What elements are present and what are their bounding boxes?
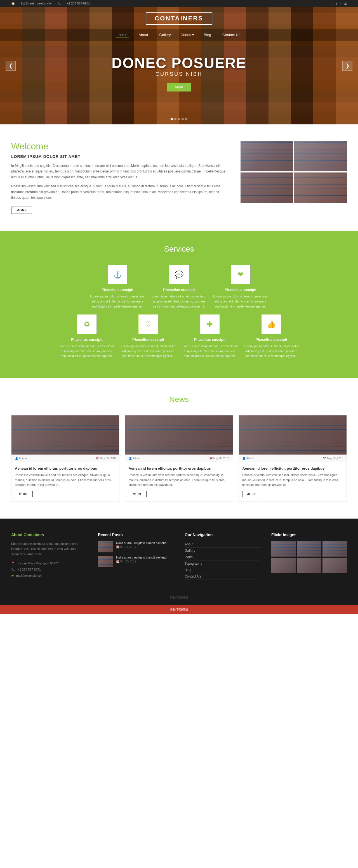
service-icon-r2-3: 👍 — [262, 314, 281, 334]
footer-nav-item-0[interactable]: About — [185, 541, 260, 548]
footer-nav-item-4[interactable]: Blog — [185, 567, 260, 574]
welcome-section: Welcome LOREM IPSUM DOLOR SIT AMET In fr… — [0, 124, 358, 230]
recent-post-img-0 — [98, 541, 113, 552]
footer-nav-link-2[interactable]: Icons — [185, 555, 193, 559]
hero-dots — [171, 118, 187, 120]
news-card-img-1 — [125, 415, 233, 455]
news-date-0: 📅 May 09,2016 — [95, 457, 116, 460]
vk-icon[interactable]: vk — [344, 2, 347, 5]
welcome-right — [241, 141, 347, 214]
footer-nav-link-4[interactable]: Blog — [185, 568, 191, 572]
nav-codes[interactable]: Codes ▾ — [181, 33, 194, 37]
service-item-row2-3: 👍 Phasellus suscipit Lorem ipsum dolor s… — [243, 314, 299, 359]
hero-section: CONTAINERS Home About Gallery Codes ▾ Bl… — [0, 7, 358, 124]
hero-dot-1[interactable] — [171, 118, 173, 120]
hero-dot-3[interactable] — [178, 118, 180, 120]
footer-nav-link-0[interactable]: About — [185, 542, 193, 546]
service-item-row2-1: ♡ Phasellus suscipit Lorem ipsum dolor s… — [120, 314, 176, 359]
news-more-button-1[interactable]: MORE — [129, 491, 147, 497]
footer-contact-item-0: 📍 Inclore Place,Kingsport 56777. — [11, 560, 87, 566]
site-logo: CONTAINERS — [146, 12, 212, 25]
flickr-img-1[interactable] — [297, 541, 321, 557]
news-title: News — [11, 395, 347, 404]
service-icon-r2-1: ♡ — [139, 314, 158, 334]
footer-nav-item-1[interactable]: Gallery — [185, 548, 260, 554]
service-desc-r2-3: Lorem ipsum dolor sit amet, consectetur … — [243, 344, 299, 359]
flickr-img-0[interactable] — [271, 541, 296, 557]
welcome-image-4 — [294, 173, 347, 203]
news-card-1: 👤 Admin 📅 May 09,2016 Aenean id lorem ef… — [125, 415, 233, 502]
news-more-button-0[interactable]: MORE — [15, 491, 33, 497]
news-author-1: 👤 Admin — [129, 457, 141, 460]
nav-home[interactable]: Home — [116, 33, 129, 37]
welcome-paragraph-2: Phasellus vestibulum velit sed nisi ultr… — [11, 183, 229, 200]
hero-dot-4[interactable] — [181, 118, 184, 120]
hero-dot-5[interactable] — [185, 118, 187, 120]
hero-center: DONEC POSUERE CURSUS NIBH More — [112, 55, 247, 91]
welcome-image-grid — [241, 141, 347, 203]
news-card-meta-0: 👤 Admin 📅 May 09,2016 — [11, 455, 119, 462]
footer-nav-links: AboutGalleryIconsTypographyBlogContact U… — [185, 541, 260, 580]
flickr-img-5[interactable] — [323, 558, 347, 573]
news-card-text-0: Phasellus vestibulum velit sed nisi ultr… — [15, 473, 116, 488]
service-name-1: Phasellus suscipit — [151, 288, 207, 292]
footer-nav-link-3[interactable]: Typography — [185, 562, 202, 565]
footer-nav-item-5[interactable]: Contact Us — [185, 574, 260, 580]
nav-about[interactable]: About — [137, 33, 149, 37]
news-author-0: 👤 Admin — [15, 457, 27, 460]
hero-next-button[interactable]: ❯ — [342, 61, 352, 71]
news-card-0: 👤 Admin 📅 May 09,2016 Aenean id lorem ef… — [11, 415, 119, 502]
footer-contact-item-1: 📞 +1 234 567 9871 — [11, 566, 87, 572]
news-card-body-0: Aenean id lorem efficitur, porttitor ero… — [11, 462, 119, 501]
recent-post-title-0: Nulla at arcu eu justo blandit eleifend. — [116, 541, 167, 545]
nav-gallery[interactable]: Gallery — [158, 33, 172, 37]
news-author-2: 👤 Adms — [242, 457, 253, 460]
footer: About Containers Etiam feugiat malesuada… — [0, 519, 358, 605]
service-name-2: Phasellus suscipit — [213, 288, 268, 292]
service-item-1: 💬 Phasellus suscipit Lorem ipsum dolor s… — [151, 265, 207, 309]
news-card-img-2 — [239, 415, 347, 455]
welcome-subtitle: LOREM IPSUM DOLOR SIT AMET — [11, 154, 229, 159]
footer-about-col: About Containers Etiam feugiat malesuada… — [11, 532, 87, 580]
address-text: 1st Street , mexico city — [21, 2, 52, 5]
news-card-title-2: Aenean id lorem efficitur, porttitor ero… — [242, 466, 343, 470]
service-item-0: ⚓ Phasellus suscipit Lorem ipsum dolor s… — [90, 265, 145, 309]
bottom-banner: 前往下载模板 — [0, 605, 358, 614]
news-card-body-2: Aenean id lorem efficitur, porttitor ero… — [239, 462, 347, 501]
top-bar: 🏠 1st Street , mexico city 📞 +1 234 567 … — [0, 0, 358, 7]
flickr-img-4[interactable] — [297, 558, 321, 573]
hero-cta-button[interactable]: More — [167, 83, 191, 91]
welcome-left: Welcome LOREM IPSUM DOLOR SIT AMET In fr… — [11, 141, 229, 214]
service-desc-0: Lorem ipsum dolor sit amet, consectetur … — [90, 294, 145, 309]
recent-post-img-1 — [98, 556, 113, 567]
hero-subheading: CURSUS NIBH — [112, 71, 247, 77]
news-date-1: 📅 May 09,2016 — [209, 457, 230, 460]
service-desc-r2-1: Lorem ipsum dolor sit amet, consectetur … — [120, 344, 176, 359]
hero-prev-button[interactable]: ❮ — [6, 61, 16, 71]
footer-nav-link-1[interactable]: Gallery — [185, 549, 195, 553]
facebook-icon[interactable]: f — [332, 2, 333, 5]
footer-nav-item-3[interactable]: Typography — [185, 560, 260, 567]
footer-flickr-title: Flickr Images — [271, 532, 347, 537]
news-more-button-2[interactable]: MORE — [242, 491, 260, 497]
service-desc-1: Lorem ipsum dolor sit amet, consectetur … — [151, 294, 207, 309]
rss-icon[interactable]: r — [340, 2, 341, 5]
footer-flickr-col: Flickr Images — [271, 532, 347, 580]
hero-heading: DONEC POSUERE — [112, 55, 247, 71]
flickr-img-3[interactable] — [271, 558, 296, 573]
flickr-img-2[interactable] — [323, 541, 347, 557]
footer-nav-link-5[interactable]: Contact Us — [185, 575, 201, 579]
news-card-text-1: Phasellus vestibulum velit sed nisi ultr… — [129, 473, 230, 488]
twitter-icon[interactable]: t — [336, 2, 337, 5]
welcome-paragraph-1: In fringilla euismod sagittis. Cras semp… — [11, 163, 229, 180]
news-card-title-1: Aenean id lorem efficitur, porttitor ero… — [129, 466, 230, 470]
welcome-image-3 — [241, 173, 293, 203]
footer-nav-item-2[interactable]: Icons — [185, 554, 260, 560]
nav-contact[interactable]: Contact Us — [221, 33, 242, 37]
nav-blog[interactable]: Blog — [203, 33, 213, 37]
service-item-row2-2: ✚ Phasellus suscipit Lorem ipsum dolor s… — [182, 314, 238, 359]
footer-recent-posts-col: Recent Posts Nulla at arcu eu justo blan… — [98, 532, 173, 580]
phone-icon: 📞 — [57, 2, 61, 5]
hero-dot-2[interactable] — [174, 118, 177, 120]
welcome-more-button[interactable]: MORE — [11, 207, 32, 214]
